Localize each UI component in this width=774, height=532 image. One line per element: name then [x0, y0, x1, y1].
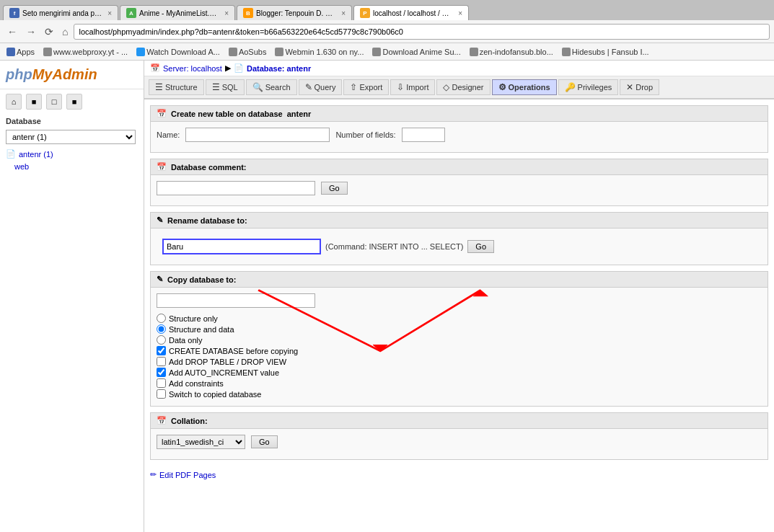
- bookmark-webmin[interactable]: Webmin 1.630 on ny...: [273, 47, 366, 57]
- breadcrumb-server-link[interactable]: Server: localhost: [163, 64, 222, 73]
- bookmark-webproxy[interactable]: www.webproxy.yt - ...: [41, 47, 130, 57]
- tab-operations[interactable]: ⚙ Operations: [492, 79, 557, 95]
- collation-go-button[interactable]: Go: [251, 435, 278, 448]
- bookmark-zen[interactable]: zen-indofansub.blo...: [467, 47, 555, 57]
- tab-3-favicon: B: [243, 8, 253, 18]
- collation-body: latin1_swedish_ci utf8_general_ci utf8mb…: [151, 429, 768, 459]
- collation-header: 📅 Collation:: [151, 413, 768, 429]
- sidebar-web-item[interactable]: web: [0, 161, 144, 172]
- tab-query[interactable]: ✎ Query: [299, 79, 343, 95]
- comment-icon: 📅: [157, 162, 167, 172]
- radio-data-only-input[interactable]: [157, 335, 166, 345]
- check-auto-increment-label: Add AUTO_INCREMENT value: [169, 368, 279, 377]
- radio-structure-only: Structure only: [157, 314, 762, 323]
- num-fields-input[interactable]: [402, 128, 445, 142]
- comment-form-row: Go: [157, 181, 762, 195]
- database-comment-go-button[interactable]: Go: [321, 182, 348, 195]
- tab-structure[interactable]: ☰ Structure: [149, 79, 204, 95]
- collation-title: Collation:: [171, 417, 208, 425]
- sidebar-db-icon[interactable]: ■: [26, 94, 42, 110]
- nav-bar: ← → ⟳ ⌂: [0, 20, 774, 43]
- rename-row: (Command: INSERT INTO ... SELECT) Go: [157, 234, 762, 259]
- tab-1-close[interactable]: ×: [107, 9, 112, 17]
- tab-2-close[interactable]: ×: [224, 9, 229, 17]
- sidebar-icons: ⌂ ■ □ ■: [0, 89, 144, 114]
- bookmark-apps[interactable]: Apps: [4, 47, 37, 57]
- sidebar-chat-icon[interactable]: □: [46, 94, 62, 110]
- forward-button[interactable]: →: [23, 25, 39, 39]
- content-wrapper: 📅 Server: localhost ▶ 📄 Database: antenr…: [144, 61, 774, 484]
- radio-structure-and-data-input[interactable]: [157, 324, 166, 334]
- check-create-db-label: CREATE DATABASE before copying: [169, 347, 298, 355]
- tab-2-favicon: A: [126, 8, 136, 18]
- tab-2[interactable]: A Anime - MyAnimeList.net ×: [120, 5, 235, 20]
- sidebar-home-icon[interactable]: ⌂: [6, 94, 22, 110]
- rename-body: (Command: INSERT INTO ... SELECT) Go: [151, 229, 768, 265]
- drop-icon: ✕: [626, 82, 633, 92]
- rename-hint: (Command: INSERT INTO ... SELECT): [325, 242, 463, 251]
- radio-data-only-label: Data only: [169, 336, 202, 345]
- bookmark-aosubs[interactable]: AoSubs: [227, 47, 269, 57]
- sidebar-antenr-item[interactable]: 📄 antenr (1): [0, 147, 144, 161]
- radio-structure-and-data: Structure and data: [157, 324, 762, 334]
- breadcrumb: 📅 Server: localhost ▶ 📄 Database: antenr: [144, 61, 774, 76]
- tab-designer[interactable]: ◇ Designer: [436, 79, 490, 95]
- collation-section: 📅 Collation: latin1_swedish_ci utf8_gene…: [150, 412, 768, 460]
- download-anime-icon: [372, 48, 381, 56]
- create-table-body: Name: Number of fields:: [151, 122, 768, 152]
- bookmark-hidesubs[interactable]: Hidesubs | Fansub I...: [560, 47, 651, 57]
- back-button[interactable]: ←: [4, 25, 20, 39]
- check-switch-db-input[interactable]: [157, 389, 166, 399]
- copy-icon: ✎: [157, 275, 163, 284]
- designer-icon: ◇: [443, 82, 449, 92]
- tab-operations-label: Operations: [509, 83, 550, 92]
- check-switch-db: Switch to copied database: [157, 389, 762, 399]
- home-button[interactable]: ⌂: [59, 25, 71, 39]
- copy-body: Structure only Structure and data Data o…: [151, 288, 768, 406]
- tab-export[interactable]: ⇧ Export: [343, 79, 389, 95]
- bookmark-download-anime[interactable]: Download Anime Su...: [370, 47, 462, 57]
- bookmarks-bar: Apps www.webproxy.yt - ... Watch Downloa…: [0, 43, 774, 61]
- bookmark-aosubs-label: AoSubs: [239, 48, 267, 56]
- pma-logo: phpMyAdmin: [0, 61, 144, 89]
- address-input[interactable]: [79, 27, 765, 36]
- breadcrumb-database-link[interactable]: Database: antenr: [247, 64, 311, 73]
- tab-3-close[interactable]: ×: [341, 9, 346, 17]
- tab-search-label: Search: [265, 83, 291, 92]
- tab-3[interactable]: B Blogger: Tenpouin D. Rei... ×: [237, 5, 352, 20]
- check-drop-table-input[interactable]: [157, 357, 166, 366]
- sidebar-database-dropdown[interactable]: antenr (1): [6, 130, 136, 144]
- tab-4[interactable]: P localhost / localhost / ant... ×: [353, 5, 469, 20]
- bookmark-webproxy-label: www.webproxy.yt - ...: [53, 48, 128, 56]
- radio-structure-only-input[interactable]: [157, 314, 166, 323]
- edit-pdf-link[interactable]: ✏ Edit PDF Pages: [144, 466, 774, 484]
- tab-1[interactable]: f Seto mengirimi anda pesa... ×: [3, 5, 118, 20]
- create-table-db-name: antenr: [287, 110, 312, 118]
- check-constraints-input[interactable]: [157, 378, 166, 388]
- tab-import[interactable]: ⇩ Import: [390, 79, 435, 95]
- sidebar-settings-icon[interactable]: ■: [66, 94, 82, 110]
- tab-query-label: Query: [315, 83, 336, 92]
- bookmark-watch-label: Watch Download A...: [146, 48, 220, 56]
- reload-button[interactable]: ⟳: [42, 25, 56, 39]
- check-auto-increment-input[interactable]: [157, 368, 166, 377]
- collation-select[interactable]: latin1_swedish_ci utf8_general_ci utf8mb…: [157, 435, 245, 449]
- tab-sql[interactable]: ☰ SQL: [206, 79, 245, 95]
- tab-4-close[interactable]: ×: [458, 9, 462, 17]
- rename-input[interactable]: [162, 239, 321, 254]
- tab-1-favicon: f: [9, 8, 19, 18]
- create-table-section: 📅 Create new table on database antenr Na…: [150, 105, 768, 153]
- tab-privileges[interactable]: 🔑 Privileges: [558, 79, 619, 95]
- radio-data-only: Data only: [157, 335, 762, 345]
- tab-drop[interactable]: ✕ Drop: [620, 79, 659, 95]
- database-comment-input[interactable]: [157, 181, 315, 195]
- check-create-db-input[interactable]: [157, 346, 166, 355]
- copy-destination-input[interactable]: [157, 293, 315, 308]
- sql-icon: ☰: [212, 82, 220, 92]
- table-name-input[interactable]: [185, 128, 330, 142]
- address-bar[interactable]: [74, 24, 770, 40]
- tab-search[interactable]: 🔍 Search: [246, 79, 297, 95]
- rename-go-button[interactable]: Go: [467, 240, 494, 253]
- check-constraints-label: Add constraints: [169, 379, 224, 388]
- bookmark-watch[interactable]: Watch Download A...: [134, 47, 222, 57]
